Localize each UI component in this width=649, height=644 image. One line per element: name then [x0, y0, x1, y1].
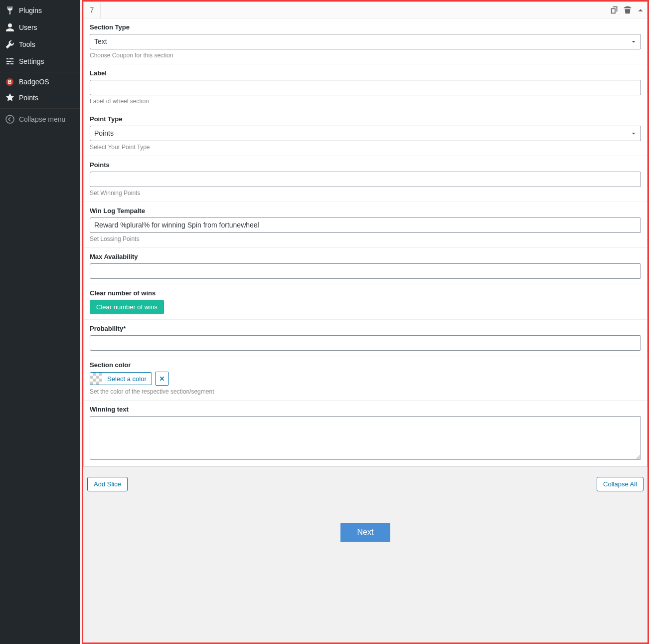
footer-next: Next — [83, 523, 648, 542]
star-icon — [5, 93, 15, 103]
points-label: Points — [90, 161, 641, 169]
winning-text-label: Winning text — [90, 406, 641, 413]
sidebar-separator — [0, 108, 80, 109]
win-log-help: Set Lossing Points — [90, 235, 641, 242]
sidebar-item-users[interactable]: Users — [0, 19, 80, 36]
admin-sidebar: Plugins Users Tools Settings B BadgeOS — [0, 0, 80, 644]
winning-text-input[interactable] — [90, 416, 641, 460]
sidebar-separator — [0, 72, 80, 72]
sidebar-item-collapse[interactable]: Collapse menu — [0, 111, 80, 128]
probability-label: Probability* — [90, 325, 641, 332]
point-type-select[interactable]: Points — [90, 126, 641, 141]
field-points: Points Set Winning Points — [84, 156, 647, 202]
label-label: Label — [90, 69, 641, 77]
collapse-icon — [5, 114, 15, 124]
sliders-icon — [5, 56, 15, 66]
probability-input[interactable] — [90, 335, 641, 351]
clear-wins-label: Clear number of wins — [90, 289, 641, 297]
win-log-input[interactable] — [90, 217, 641, 233]
panel-tools — [608, 5, 647, 14]
field-probability: Probability* — [84, 320, 647, 356]
svg-point-0 — [6, 115, 14, 123]
max-availability-input[interactable] — [90, 263, 641, 279]
sidebar-item-settings[interactable]: Settings — [0, 53, 80, 70]
section-type-help: Choose Coupon for this section — [90, 52, 641, 59]
duplicate-icon[interactable] — [610, 5, 619, 14]
app-root: Plugins Users Tools Settings B BadgeOS — [0, 0, 649, 644]
select-color-label: Select a color — [102, 373, 152, 385]
actions-row: Add Slice Collapse All — [83, 473, 648, 495]
clear-wins-button[interactable]: Clear number of wins — [90, 300, 164, 314]
trash-icon[interactable] — [623, 5, 632, 14]
field-clear-wins: Clear number of wins Clear number of win… — [84, 284, 647, 320]
section-color-help: Set the color of the respective section/… — [90, 388, 641, 395]
field-win-log: Win Log Tempalte Set Lossing Points — [84, 202, 647, 248]
sidebar-item-plugins[interactable]: Plugins — [0, 2, 80, 19]
clear-color-button[interactable] — [155, 372, 169, 386]
win-log-label: Win Log Tempalte — [90, 207, 641, 215]
section-type-select[interactable]: Text — [90, 34, 641, 49]
plugin-icon — [5, 5, 15, 15]
label-help: Label of wheel section — [90, 98, 641, 105]
sidebar-item-label: Collapse menu — [19, 115, 65, 123]
max-availability-label: Max Availability — [90, 253, 641, 260]
badgeos-icon: B — [6, 78, 13, 86]
field-label: Label Label of wheel section — [84, 64, 647, 110]
points-help: Set Winning Points — [90, 190, 641, 197]
section-color-label: Section color — [90, 361, 641, 369]
sidebar-item-label: Users — [19, 23, 37, 31]
panel-number: 7 — [84, 2, 101, 18]
panel-title — [101, 6, 608, 14]
sidebar-item-label: Points — [19, 94, 38, 102]
point-type-select-wrap: Points — [90, 126, 641, 141]
sidebar-item-label: Plugins — [19, 6, 42, 14]
sidebar-item-label: Settings — [19, 57, 44, 65]
select-color-button[interactable]: Select a color — [90, 372, 152, 385]
sidebar-item-badgeos[interactable]: B BadgeOS — [0, 74, 80, 89]
sidebar-item-label: BadgeOS — [19, 78, 49, 86]
color-row: Select a color — [90, 372, 641, 386]
user-icon — [5, 22, 15, 32]
slice-panel: 7 Section Type Text — [83, 1, 648, 467]
sidebar-item-tools[interactable]: Tools — [0, 36, 80, 53]
sidebar-item-points[interactable]: Points — [0, 89, 80, 106]
wrench-icon — [5, 39, 15, 49]
point-type-help: Select Your Point Type — [90, 144, 641, 151]
collapse-all-button[interactable]: Collapse All — [597, 477, 644, 491]
close-icon — [159, 376, 165, 382]
points-input[interactable] — [90, 172, 641, 187]
field-point-type: Point Type Points Select Your Point Type — [84, 110, 647, 156]
field-section-type: Section Type Text Choose Coupon for this… — [84, 18, 647, 64]
label-input[interactable] — [90, 80, 641, 95]
sidebar-item-label: Tools — [19, 40, 35, 48]
color-swatch — [90, 373, 102, 385]
point-type-label: Point Type — [90, 115, 641, 123]
field-winning-text: Winning text — [84, 401, 647, 466]
section-type-label: Section Type — [90, 23, 641, 31]
section-type-select-wrap: Text — [90, 34, 641, 49]
field-max-availability: Max Availability — [84, 248, 647, 284]
highlight-frame: 7 Section Type Text — [82, 0, 649, 644]
panel-header: 7 — [84, 2, 647, 18]
add-slice-button[interactable]: Add Slice — [87, 477, 128, 491]
next-button[interactable]: Next — [340, 523, 391, 542]
chevron-up-icon[interactable] — [636, 5, 645, 14]
field-section-color: Section color Select a color Set the col… — [84, 356, 647, 401]
main-content: 7 Section Type Text — [80, 0, 649, 644]
